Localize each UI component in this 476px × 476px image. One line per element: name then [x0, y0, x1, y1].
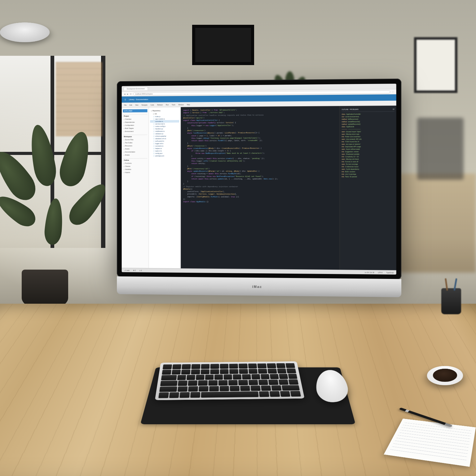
keyboard-key	[201, 369, 209, 374]
outline-entry[interactable]: infoLint: 6 warnings	[342, 173, 394, 175]
screen: Development Environment ◀ ▶ ⟳ localhost:…	[122, 84, 396, 275]
sidebar-item[interactable]: Source Files	[123, 138, 148, 141]
sidebar-item[interactable]: Dependencies	[123, 121, 148, 124]
menu-file[interactable]: File	[124, 104, 127, 106]
code-line[interactable]: const existing = await this.service.find…	[183, 172, 337, 175]
address-text: localhost:3000/workspace	[135, 93, 153, 95]
file-tree: Repository src index.jsapp.module.tscont…	[149, 107, 181, 268]
sidebar-item[interactable]: Scripts	[123, 153, 148, 156]
keyboard-key	[261, 374, 270, 379]
keyboard-key	[242, 374, 251, 379]
keyboard-key	[251, 386, 261, 391]
menu-navigate[interactable]: Navigate	[141, 104, 147, 106]
keyboard-key	[209, 386, 219, 391]
keyboard-key	[160, 381, 177, 386]
warning-count[interactable]: ⚠ 6	[139, 269, 142, 271]
keyboard-key	[288, 374, 297, 379]
keyboard-key	[268, 380, 278, 385]
sidebar-item[interactable]: Configuration	[123, 124, 148, 127]
keyboard-key	[178, 386, 187, 392]
file-item[interactable]: types.d.ts	[150, 150, 179, 152]
keyboard-key	[258, 380, 268, 385]
keyboard-key	[161, 375, 177, 380]
menu-refactor[interactable]: Refactor	[157, 104, 163, 106]
sidebar-item[interactable]: Assets	[123, 147, 148, 150]
keyboard-key	[214, 375, 223, 380]
keyboard-key	[289, 379, 299, 385]
forward-icon[interactable]: ▶	[127, 93, 128, 95]
outline-entry[interactable]: warnMissing null check	[342, 158, 394, 160]
menu-code[interactable]: Code	[151, 104, 154, 106]
code-line[interactable]: }	[183, 183, 337, 185]
keyboard-key	[201, 391, 258, 398]
sidebar-item[interactable]: Test Suites	[123, 141, 148, 144]
keyboard-key	[251, 374, 260, 379]
file-item[interactable]: package.json	[150, 155, 179, 157]
keyboard	[155, 361, 305, 400]
keyboard-key	[258, 369, 267, 374]
sidebar-item[interactable]: Resources	[123, 144, 148, 147]
sidebar-section[interactable]: Project	[123, 114, 148, 117]
keyboard-key	[277, 368, 287, 373]
error-count[interactable]: ✖ 0	[133, 269, 136, 271]
keyboard-key	[181, 369, 190, 374]
keyboard-key	[196, 375, 205, 380]
file-encoding[interactable]: UTF-8	[378, 271, 382, 273]
outline-title: OUTLINE · PROBLEMS 12	[342, 108, 394, 112]
code-line[interactable]: if (!existing) throw new NotFoundExcepti…	[183, 175, 337, 177]
browser-tab[interactable]: Development Environment	[124, 87, 148, 90]
back-icon[interactable]: ◀	[124, 93, 126, 95]
keyboard-key	[249, 380, 258, 385]
keyboard-key	[172, 370, 181, 375]
menu-window[interactable]: Window	[178, 104, 184, 105]
keyboard-key	[190, 392, 200, 398]
menu-edit[interactable]: Edit	[130, 104, 132, 106]
sidebar-item[interactable]: Environment	[123, 130, 148, 133]
keyboard-key	[270, 391, 280, 397]
reload-icon[interactable]: ⟳	[130, 93, 131, 95]
keyboard-key	[239, 364, 248, 368]
outline-entry[interactable]: infoBuild: success	[342, 170, 394, 173]
keyboard-key	[188, 381, 197, 386]
keyboard-key	[249, 369, 258, 374]
code-line[interactable]: return await this.service.update(id, { .…	[183, 178, 337, 180]
keyboard-key	[210, 369, 219, 374]
sidebar-item[interactable]: Documentation	[123, 150, 148, 153]
sidebar-section[interactable]: Workspace	[123, 134, 148, 138]
code-line[interactable]: async updateResource(@Param('id') id: st…	[183, 170, 337, 173]
outline-entry[interactable]: warnCyclic dependency	[342, 168, 394, 170]
code-line[interactable]: // Register module with dependency injec…	[183, 185, 337, 188]
filetree-header[interactable]: Repository	[150, 109, 179, 112]
filetree-subfolder[interactable]: src	[150, 112, 179, 115]
keyboard-key	[271, 385, 282, 390]
file-item[interactable]: helpers.ts	[150, 147, 179, 150]
keyboard-key	[220, 364, 229, 369]
code-editor[interactable]: import { Module, Controller } from '@fra…	[181, 106, 339, 270]
outline-entry[interactable]: info3 references found	[342, 165, 394, 168]
code-line[interactable]: export class AppModule {}	[183, 201, 337, 203]
outline-entry[interactable]: warnNo test coverage	[342, 163, 394, 165]
sidebar-item[interactable]: Build Targets	[123, 127, 148, 130]
language-mode[interactable]: TypeScript	[386, 271, 394, 273]
keyboard-key	[178, 381, 187, 386]
sidebar-item[interactable]: Classes	[123, 165, 148, 168]
file-item[interactable]: config.json	[150, 152, 179, 155]
menu-help[interactable]: Help	[187, 104, 190, 105]
sidebar-item[interactable]: Variables	[123, 168, 148, 171]
sidebar-item[interactable]: Overview	[123, 117, 148, 121]
keyboard-key	[191, 369, 200, 374]
menu-view[interactable]: View	[135, 104, 138, 106]
sidebar-item[interactable]: Imports	[123, 171, 148, 174]
outline-entry[interactable]: infoFormat on save off	[342, 160, 394, 163]
cursor-position[interactable]: Ln 24, Col 18	[365, 271, 374, 273]
git-branch[interactable]: ⎇ main	[124, 269, 130, 271]
menu-icon[interactable]: ⋮	[392, 91, 394, 93]
outline-entry[interactable]: infoTests: 42 passed	[342, 175, 394, 178]
menu-run[interactable]: Run	[166, 104, 169, 106]
keyboard-key	[239, 369, 248, 374]
sidebar-item[interactable]: Functions	[123, 162, 148, 165]
menu-tools[interactable]: Tools	[172, 104, 175, 105]
sidebar-section[interactable]: Outline	[123, 158, 148, 162]
code-line[interactable]: }	[183, 180, 337, 183]
keyboard-key	[267, 363, 276, 368]
